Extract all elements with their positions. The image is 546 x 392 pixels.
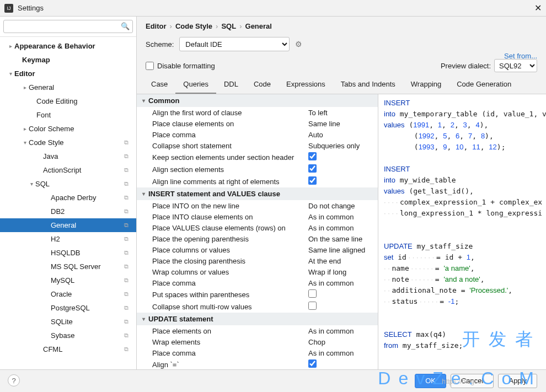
sidebar-item-mysql[interactable]: MySQL⧉ — [0, 273, 136, 287]
setting-row[interactable]: Wrap columns or valuesWrap if long — [137, 266, 378, 277]
ok-button[interactable]: OK — [415, 374, 446, 388]
setting-row[interactable]: Place commaAs in common — [137, 277, 378, 288]
setting-row[interactable]: Keep section elements under section head… — [137, 151, 378, 163]
setting-value[interactable]: To left — [306, 109, 378, 117]
sidebar-item-actionscript[interactable]: ActionScript⧉ — [0, 163, 136, 177]
sidebar-item-ms-sql-server[interactable]: MS SQL Server⧉ — [0, 260, 136, 273]
setting-checkbox[interactable] — [308, 152, 317, 160]
setting-row[interactable]: Place commaAuto — [137, 129, 378, 140]
preview-dialect-select[interactable]: SQL92 — [494, 59, 537, 72]
sidebar-item-h2[interactable]: H2⧉ — [0, 232, 136, 246]
group-header[interactable]: ▾ Common — [137, 94, 378, 107]
setting-row[interactable]: Place clause elements onSame line — [137, 118, 378, 129]
scheme-select[interactable]: Default IDE — [179, 37, 290, 51]
sidebar-item-general[interactable]: General⧉ — [0, 218, 136, 232]
setting-checkbox[interactable] — [308, 176, 317, 185]
sidebar-item-postgresql[interactable]: PostgreSQL⧉ — [0, 301, 136, 315]
setting-checkbox[interactable] — [308, 302, 317, 310]
group-header[interactable]: ▾ UPDATE statement — [137, 313, 378, 325]
setting-row[interactable]: Place columns or valuesSame line aligned — [137, 244, 378, 255]
sidebar-item-sqlite[interactable]: SQLite⧉ — [0, 315, 136, 329]
search-icon: 🔍 — [121, 22, 130, 30]
set-from-link[interactable]: Set from... — [504, 52, 537, 60]
tab-queries[interactable]: Queries — [175, 76, 216, 94]
setting-value[interactable]: As in common — [306, 224, 378, 232]
tab-code-generation[interactable]: Code Generation — [449, 76, 519, 94]
setting-checkbox[interactable] — [308, 289, 317, 298]
cancel-button[interactable]: Cancel — [451, 374, 494, 388]
sidebar-item-font[interactable]: Font — [0, 108, 136, 122]
sidebar-item-hsqldb[interactable]: HSQLDB⧉ — [0, 246, 136, 260]
sidebar-item-sybase[interactable]: Sybase⧉ — [0, 329, 136, 342]
breadcrumb-item[interactable]: SQL — [221, 22, 236, 30]
breadcrumb-item[interactable]: General — [245, 22, 272, 30]
setting-row[interactable]: Place the closing parenthesisAt the end — [137, 255, 378, 266]
search-input[interactable] — [3, 20, 133, 33]
setting-label: Place clause elements on — [152, 120, 306, 128]
setting-row[interactable]: Align section elements — [137, 163, 378, 175]
setting-value[interactable]: As in common — [306, 279, 378, 287]
tab-expressions[interactable]: Expressions — [279, 76, 333, 94]
settings-tree[interactable]: ▸Appearance & BehaviorKeymap▾Editor▸Gene… — [0, 37, 136, 369]
setting-value[interactable]: Same line — [306, 120, 378, 128]
settings-list[interactable]: ▾ CommonAlign the first word of clauseTo… — [137, 94, 378, 369]
setting-row[interactable]: Place VALUES clause elements (rows) onAs… — [137, 222, 378, 233]
setting-value[interactable]: On the same line — [306, 235, 378, 243]
setting-value[interactable]: As in common — [306, 327, 378, 335]
content-pane: Editor›Code Style›SQL›General Scheme: De… — [137, 17, 546, 369]
setting-value[interactable]: Wrap if long — [306, 268, 378, 276]
sidebar-item-java[interactable]: Java⧉ — [0, 149, 136, 163]
dialog-footer: OK Cancel Apply — [0, 369, 546, 391]
sidebar-item-cfml[interactable]: CFML⧉ — [0, 342, 136, 356]
breadcrumb-item[interactable]: Editor — [146, 22, 167, 30]
sidebar-item-db2[interactable]: DB2⧉ — [0, 205, 136, 218]
sidebar-item-editor[interactable]: ▾Editor — [0, 67, 136, 80]
setting-value[interactable]: Do not change — [306, 202, 378, 210]
setting-checkbox[interactable] — [308, 359, 317, 368]
apply-button[interactable]: Apply — [498, 374, 537, 388]
help-button[interactable]: ? — [8, 374, 20, 386]
disable-formatting-input[interactable] — [146, 62, 154, 70]
tab-wrapping[interactable]: Wrapping — [403, 76, 449, 94]
setting-row[interactable]: Collapse short statementSubqueries only — [137, 140, 378, 151]
tab-case[interactable]: Case — [143, 76, 175, 94]
breadcrumb-item[interactable]: Code Style — [175, 22, 212, 30]
disable-formatting-checkbox[interactable]: Disable formatting — [146, 62, 215, 70]
setting-row[interactable]: Put spaces within parentheses — [137, 288, 378, 300]
setting-row[interactable]: Place elements onAs in common — [137, 325, 378, 336]
sidebar-item-oracle[interactable]: Oracle⧉ — [0, 287, 136, 301]
sidebar-item-color-scheme[interactable]: ▸Color Scheme — [0, 122, 136, 136]
setting-value[interactable]: Auto — [306, 131, 378, 139]
setting-value[interactable]: At the end — [306, 257, 378, 265]
setting-row[interactable]: Collapse short multi-row values — [137, 300, 378, 313]
setting-value[interactable]: Same line aligned — [306, 246, 378, 254]
gear-icon[interactable]: ⚙ — [295, 40, 302, 49]
setting-label: Place the opening parenthesis — [152, 235, 306, 243]
sidebar-item-keymap[interactable]: Keymap — [0, 53, 136, 67]
tab-tabs-and-indents[interactable]: Tabs and Indents — [333, 76, 403, 94]
setting-row[interactable]: Align the first word of clauseTo left — [137, 107, 378, 118]
setting-row[interactable]: Wrap elementsChop — [137, 336, 378, 347]
setting-row[interactable]: Place INTO on the new lineDo not change — [137, 200, 378, 211]
sidebar-item-code-editing[interactable]: Code Editing — [0, 94, 136, 108]
tab-ddl[interactable]: DDL — [216, 76, 246, 94]
tab-code[interactable]: Code — [246, 76, 279, 94]
close-icon[interactable]: ✕ — [534, 3, 542, 13]
setting-row[interactable]: Align `=` — [137, 358, 378, 369]
sidebar-item-general[interactable]: ▸General — [0, 80, 136, 94]
setting-row[interactable]: Place the opening parenthesisOn the same… — [137, 233, 378, 244]
group-header[interactable]: ▾ INSERT statement and VALUES clause — [137, 187, 378, 200]
setting-value[interactable]: Subqueries only — [306, 142, 378, 150]
setting-row[interactable]: Place INTO clause elements onAs in commo… — [137, 211, 378, 222]
setting-value[interactable]: As in common — [306, 349, 378, 357]
setting-value[interactable]: As in common — [306, 213, 378, 221]
sidebar-item-appearance-behavior[interactable]: ▸Appearance & Behavior — [0, 39, 136, 53]
setting-value[interactable]: Chop — [306, 338, 378, 346]
sidebar-item-apache-derby[interactable]: Apache Derby⧉ — [0, 191, 136, 205]
sidebar-item-code-style[interactable]: ▾Code Style⧉ — [0, 136, 136, 149]
sidebar-item-sql[interactable]: ▾SQL⧉ — [0, 177, 136, 191]
setting-row[interactable]: Align line comments at right of elements — [137, 175, 378, 187]
setting-checkbox[interactable] — [308, 164, 317, 173]
app-icon: IJ — [4, 4, 13, 13]
setting-row[interactable]: Place commaAs in common — [137, 347, 378, 358]
